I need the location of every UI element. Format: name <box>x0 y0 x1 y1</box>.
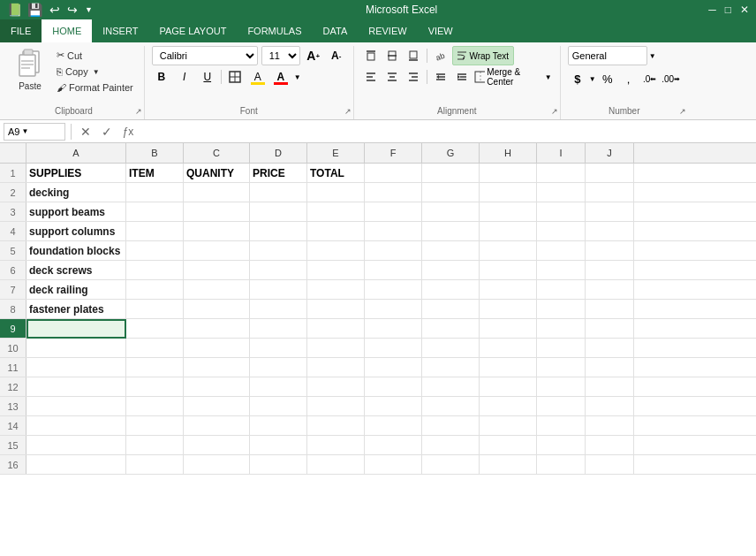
cell-a1[interactable]: SUPPLIES <box>26 164 126 183</box>
align-right-button[interactable] <box>404 67 423 87</box>
cell-b6[interactable] <box>126 261 184 280</box>
cell-i8[interactable] <box>537 300 586 319</box>
row-num-12[interactable]: 12 <box>0 377 26 396</box>
copy-button[interactable]: ⎘ Copy ▼ <box>53 65 137 79</box>
cell-ref-dropdown[interactable]: ▼ <box>21 127 28 135</box>
cell-d9[interactable] <box>250 319 307 339</box>
align-top-button[interactable] <box>361 46 381 65</box>
cell-j7[interactable] <box>586 280 634 300</box>
increase-decimal-button[interactable]: .00➡ <box>662 69 681 88</box>
formula-input[interactable] <box>140 123 752 141</box>
cell-a6[interactable]: deck screws <box>26 261 126 280</box>
cell-i9[interactable] <box>537 319 586 339</box>
cell-e4[interactable] <box>307 222 365 241</box>
cell-f8[interactable] <box>365 300 422 319</box>
cell-g8[interactable] <box>422 300 480 319</box>
cell-j1[interactable] <box>586 164 634 183</box>
cell-g7[interactable] <box>422 280 480 300</box>
cell-h5[interactable] <box>480 241 537 261</box>
cell-f3[interactable] <box>365 202 422 222</box>
row-num-7[interactable]: 7 <box>0 280 26 299</box>
cell-f4[interactable] <box>365 222 422 241</box>
row-num-4[interactable]: 4 <box>0 222 26 240</box>
cell-e9[interactable] <box>307 319 365 339</box>
copy-dropdown-arrow[interactable]: ▼ <box>93 68 100 76</box>
row-num-2[interactable]: 2 <box>0 183 26 202</box>
tab-insert[interactable]: INSERT <box>92 19 148 42</box>
number-format-dropdown[interactable]: ▼ <box>649 52 656 60</box>
row-num-5[interactable]: 5 <box>0 241 26 260</box>
insert-function-button[interactable]: ƒx <box>119 123 137 141</box>
cell-c8[interactable] <box>184 300 250 319</box>
cell-c5[interactable] <box>184 241 250 261</box>
cell-g3[interactable] <box>422 202 480 222</box>
cell-j4[interactable] <box>586 222 634 241</box>
tab-data[interactable]: DATA <box>313 19 359 42</box>
cell-a10[interactable] <box>26 339 126 358</box>
borders-button[interactable] <box>225 67 245 87</box>
cell-b4[interactable] <box>126 222 184 241</box>
cell-a9[interactable] <box>26 319 126 339</box>
cell-h8[interactable] <box>480 300 537 319</box>
cell-f7[interactable] <box>365 280 422 300</box>
cell-e8[interactable] <box>307 300 365 319</box>
cell-e1[interactable]: TOTAL <box>307 164 365 183</box>
cell-h6[interactable] <box>480 261 537 280</box>
underline-button[interactable]: U <box>198 67 217 87</box>
cell-c3[interactable] <box>184 202 250 222</box>
fill-color-button[interactable]: A <box>248 67 268 87</box>
italic-button[interactable]: I <box>175 67 194 87</box>
row-num-1[interactable]: 1 <box>0 164 26 182</box>
cell-d3[interactable] <box>250 202 307 222</box>
cell-f2[interactable] <box>365 183 422 202</box>
cell-b1[interactable]: ITEM <box>126 164 184 183</box>
tab-formulas[interactable]: FORMULAS <box>237 19 312 42</box>
cell-f6[interactable] <box>365 261 422 280</box>
cell-i5[interactable] <box>537 241 586 261</box>
row-num-9[interactable]: 9 <box>0 319 26 338</box>
cell-c7[interactable] <box>184 280 250 300</box>
confirm-formula-button[interactable]: ✓ <box>98 123 116 141</box>
cell-b9[interactable] <box>126 319 184 339</box>
cell-d7[interactable] <box>250 280 307 300</box>
font-expand[interactable]: ↗ <box>344 107 352 116</box>
cell-j6[interactable] <box>586 261 634 280</box>
wrap-text-button[interactable]: Wrap Text <box>452 46 514 65</box>
cell-g2[interactable] <box>422 183 480 202</box>
cell-a4[interactable]: support columns <box>26 222 126 241</box>
cell-d8[interactable] <box>250 300 307 319</box>
clipboard-expand[interactable]: ↗ <box>135 107 142 116</box>
tab-home[interactable]: HOME <box>42 19 92 42</box>
font-color-dropdown[interactable]: ▼ <box>294 73 301 81</box>
currency-dropdown[interactable]: ▼ <box>589 75 596 83</box>
col-header-a[interactable]: A <box>26 143 126 163</box>
row-num-6[interactable]: 6 <box>0 261 26 279</box>
row-num-13[interactable]: 13 <box>0 397 26 415</box>
cell-g1[interactable] <box>422 164 480 183</box>
cell-c9[interactable] <box>184 319 250 339</box>
row-num-8[interactable]: 8 <box>0 300 26 318</box>
row-num-16[interactable]: 16 <box>0 455 26 474</box>
cell-g4[interactable] <box>422 222 480 241</box>
tab-page-layout[interactable]: PAGE LAYOUT <box>148 19 237 42</box>
cell-a5[interactable]: foundation blocks <box>26 241 126 261</box>
row-num-15[interactable]: 15 <box>0 436 26 454</box>
bold-button[interactable]: B <box>152 67 171 87</box>
cell-i3[interactable] <box>537 202 586 222</box>
row-num-3[interactable]: 3 <box>0 202 26 221</box>
cell-j5[interactable] <box>586 241 634 261</box>
number-format-select[interactable] <box>568 46 647 65</box>
col-header-c[interactable]: C <box>184 143 250 163</box>
cell-i6[interactable] <box>537 261 586 280</box>
cell-j8[interactable] <box>586 300 634 319</box>
cell-h9[interactable] <box>480 319 537 339</box>
cell-e5[interactable] <box>307 241 365 261</box>
comma-button[interactable]: , <box>619 69 639 88</box>
font-size-select[interactable]: 11 <box>261 46 300 65</box>
cell-j3[interactable] <box>586 202 634 222</box>
alignment-expand[interactable]: ↗ <box>551 107 558 116</box>
row-num-14[interactable]: 14 <box>0 416 26 435</box>
row-num-11[interactable]: 11 <box>0 358 26 377</box>
tab-review[interactable]: REVIEW <box>358 19 417 42</box>
cell-a3[interactable]: support beams <box>26 202 126 222</box>
